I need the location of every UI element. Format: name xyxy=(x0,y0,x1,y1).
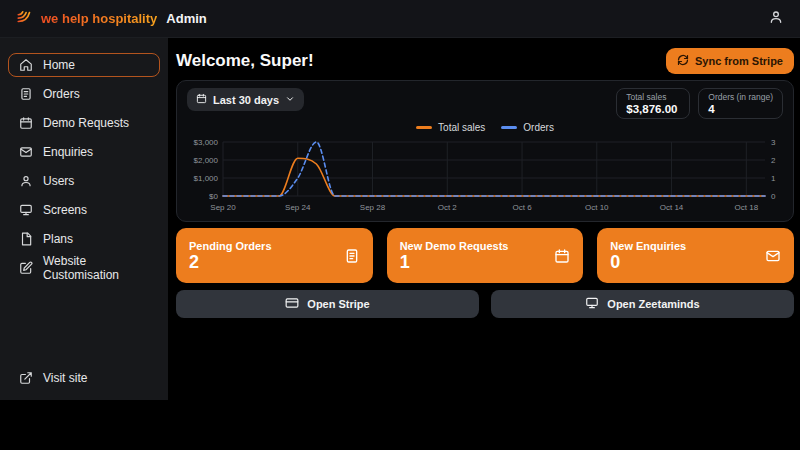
sidebar-item-label: Plans xyxy=(43,232,73,246)
svg-text:Sep 24: Sep 24 xyxy=(285,203,311,212)
page-title: Welcome, Super! xyxy=(176,51,314,71)
card-title: Pending Orders xyxy=(189,240,272,252)
sidebar-item-label: Orders xyxy=(43,87,80,101)
svg-text:1: 1 xyxy=(771,174,776,183)
card-value: 2 xyxy=(189,252,272,272)
credit-card-icon xyxy=(285,296,299,312)
orders-swatch xyxy=(501,126,517,129)
sidebar-item-label: Enquiries xyxy=(43,145,93,159)
sync-from-stripe-button[interactable]: Sync from Stripe xyxy=(666,48,794,74)
svg-text:2: 2 xyxy=(771,156,776,165)
edit-icon xyxy=(19,261,33,275)
monitor-icon xyxy=(19,203,33,217)
svg-text:3: 3 xyxy=(771,138,776,147)
envelope-icon xyxy=(19,145,33,159)
svg-text:Sep 20: Sep 20 xyxy=(210,203,236,212)
sidebar-item-plans[interactable]: Plans xyxy=(8,227,160,251)
user-icon xyxy=(768,9,784,29)
stat-value: $3,876.00 xyxy=(626,103,680,115)
calendar-icon xyxy=(196,93,207,106)
sales-chart-card: Last 30 days Total sales $3,876.00 Order… xyxy=(176,80,794,222)
orders-list-icon xyxy=(344,248,360,264)
external-actions-row: Open Stripe Open Zeetaminds xyxy=(176,290,794,318)
refresh-icon xyxy=(677,54,689,68)
summary-cards-row: Pending Orders 2 New Demo Requests 1 N xyxy=(176,228,794,283)
home-icon xyxy=(19,58,33,72)
card-value: 0 xyxy=(610,252,686,272)
calendar-icon xyxy=(19,116,33,130)
sync-button-label: Sync from Stripe xyxy=(695,55,783,67)
admin-dashboard: we help hospitality Admin Home Orders xyxy=(0,0,800,450)
sales-line-chart: $00$1,0001$2,0002$3,0003Sep 20Sep 24Sep … xyxy=(187,134,785,226)
brand-logo[interactable]: we help hospitality Admin xyxy=(16,8,207,30)
new-demo-requests-card[interactable]: New Demo Requests 1 xyxy=(387,228,584,283)
monitor-icon xyxy=(585,296,599,312)
new-enquiries-card[interactable]: New Enquiries 0 xyxy=(597,228,794,283)
main-content: Welcome, Super! Sync from Stripe Last 30… xyxy=(168,38,800,400)
sidebar-item-label: Users xyxy=(43,174,74,188)
stat-label: Orders (in range) xyxy=(708,92,773,102)
chevron-down-icon xyxy=(285,94,295,106)
stat-value: 4 xyxy=(708,103,773,115)
svg-text:Oct 14: Oct 14 xyxy=(660,203,684,212)
user-menu-button[interactable] xyxy=(768,9,784,29)
legend-label: Orders xyxy=(523,122,554,133)
date-range-selector[interactable]: Last 30 days xyxy=(187,88,304,111)
action-button-label: Open Zeetaminds xyxy=(607,298,699,310)
legend-item-total-sales[interactable]: Total sales xyxy=(416,122,485,133)
svg-text:Oct 2: Oct 2 xyxy=(438,203,458,212)
svg-text:$0: $0 xyxy=(209,192,218,201)
open-stripe-button[interactable]: Open Stripe xyxy=(176,290,479,318)
sidebar-item-enquiries[interactable]: Enquiries xyxy=(8,140,160,164)
sidebar-item-visit-site[interactable]: Visit site xyxy=(8,366,160,390)
wing-logo-icon xyxy=(16,8,34,30)
sidebar-item-users[interactable]: Users xyxy=(8,169,160,193)
svg-text:0: 0 xyxy=(771,192,776,201)
sidebar-item-label: Demo Requests xyxy=(43,116,129,130)
calendar-icon xyxy=(554,248,570,264)
date-range-label: Last 30 days xyxy=(213,94,279,106)
user-icon xyxy=(19,174,33,188)
sidebar-item-website-customisation[interactable]: Website Customisation xyxy=(8,256,160,280)
legend-label: Total sales xyxy=(438,122,485,133)
svg-text:Oct 10: Oct 10 xyxy=(585,203,609,212)
sidebar-item-demo-requests[interactable]: Demo Requests xyxy=(8,111,160,135)
sidebar-item-label: Home xyxy=(43,58,75,72)
top-bar: we help hospitality Admin xyxy=(0,0,800,38)
pending-orders-card[interactable]: Pending Orders 2 xyxy=(176,228,373,283)
card-title: New Enquiries xyxy=(610,240,686,252)
card-value: 1 xyxy=(400,252,509,272)
svg-text:Sep 28: Sep 28 xyxy=(360,203,386,212)
envelope-icon xyxy=(765,248,781,264)
document-icon xyxy=(19,232,33,246)
sidebar-item-home[interactable]: Home xyxy=(8,53,160,77)
sidebar-item-screens[interactable]: Screens xyxy=(8,198,160,222)
orders-in-range-stat: Orders (in range) 4 xyxy=(698,88,783,119)
svg-text:$2,000: $2,000 xyxy=(194,156,219,165)
svg-text:Oct 18: Oct 18 xyxy=(735,203,759,212)
svg-text:$3,000: $3,000 xyxy=(194,138,219,147)
brand-name: we help hospitality xyxy=(41,11,157,26)
action-button-label: Open Stripe xyxy=(307,298,369,310)
svg-text:Oct 6: Oct 6 xyxy=(512,203,532,212)
sidebar-item-label: Website Customisation xyxy=(43,254,149,282)
svg-text:$1,000: $1,000 xyxy=(194,174,219,183)
sidebar: Home Orders Demo Requests Enquiries User… xyxy=(0,38,168,400)
sidebar-item-orders[interactable]: Orders xyxy=(8,82,160,106)
card-title: New Demo Requests xyxy=(400,240,509,252)
legend-item-orders[interactable]: Orders xyxy=(501,122,554,133)
open-zeetaminds-button[interactable]: Open Zeetaminds xyxy=(491,290,794,318)
sidebar-item-label: Screens xyxy=(43,203,87,217)
total-sales-swatch xyxy=(416,126,432,129)
total-sales-stat: Total sales $3,876.00 xyxy=(616,88,690,119)
external-link-icon xyxy=(19,371,33,385)
chart-legend: Total sales Orders xyxy=(187,122,783,133)
visit-site-label: Visit site xyxy=(43,371,87,385)
stat-label: Total sales xyxy=(626,92,680,102)
orders-list-icon xyxy=(19,87,33,101)
app-name: Admin xyxy=(166,11,206,26)
